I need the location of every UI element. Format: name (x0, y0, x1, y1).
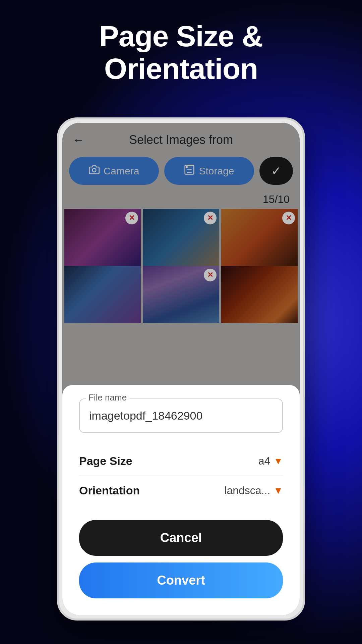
page-size-chevron-down-icon: ▼ (274, 456, 283, 467)
file-name-input[interactable] (79, 398, 283, 433)
phone-mockup: ← Select Images from Camera (57, 117, 305, 621)
modal-sheet: File name Page Size a4 ▼ Orientation lan… (62, 385, 300, 615)
modal-buttons: Cancel Convert (79, 520, 283, 598)
page-size-row: Page Size a4 ▼ (79, 446, 283, 476)
convert-button[interactable]: Convert (79, 562, 283, 598)
orientation-chevron-down-icon: ▼ (274, 485, 283, 496)
page-size-dropdown[interactable]: a4 ▼ (258, 455, 283, 467)
title-line1: Page Size & (99, 19, 263, 53)
page-size-value: a4 (258, 455, 270, 467)
phone-screen: ← Select Images from Camera (62, 123, 300, 615)
cancel-button[interactable]: Cancel (79, 520, 283, 556)
page-size-label: Page Size (79, 454, 132, 468)
orientation-value: landsca... (224, 484, 270, 497)
orientation-dropdown[interactable]: landsca... ▼ (224, 484, 283, 497)
page-title: Page Size & Orientation (27, 20, 335, 85)
title-line2: Orientation (104, 52, 258, 85)
orientation-label: Orientation (79, 484, 140, 497)
orientation-row: Orientation landsca... ▼ (79, 476, 283, 505)
file-name-legend: File name (86, 392, 129, 403)
title-section: Page Size & Orientation (0, 20, 362, 85)
modal-backdrop: File name Page Size a4 ▼ Orientation lan… (62, 123, 300, 615)
file-name-group: File name (79, 398, 283, 433)
